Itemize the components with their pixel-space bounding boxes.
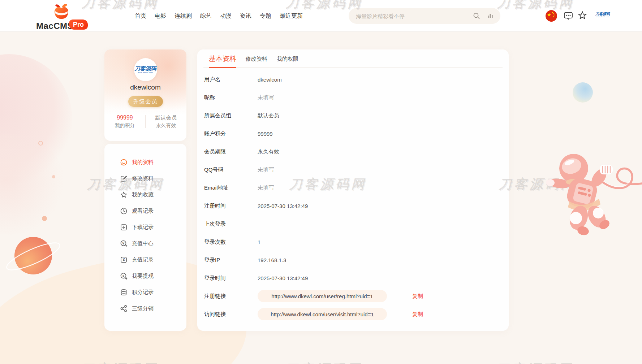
download-icon xyxy=(120,224,128,231)
yen-square-icon: ¥ xyxy=(120,256,128,264)
sidebar-item-label: 修改资料 xyxy=(132,175,154,182)
sidebar-item-label: 充值中心 xyxy=(132,240,154,247)
row-value: 2025-07-30 13:42:49 xyxy=(258,275,308,281)
membership-stat: 默认会员 永久有效 xyxy=(146,114,186,129)
copy-register-link-button[interactable]: 复制 xyxy=(412,293,423,300)
row-account-points: 账户积分 99999 xyxy=(204,125,503,143)
sidebar-item-my-favorites[interactable]: 我的收藏 xyxy=(104,187,186,203)
china-flag-icon[interactable] xyxy=(546,10,557,22)
svg-text:¥: ¥ xyxy=(123,258,125,262)
avatar-logo-subtext: www.dkewl.com xyxy=(138,72,153,74)
main-nav: 首页 电影 连续剧 综艺 动漫 资讯 专题 最近更新 xyxy=(135,0,303,32)
row-value: 永久有效 xyxy=(258,148,279,155)
withdraw-yen-icon: ¥ xyxy=(120,272,128,280)
sidebar-item-recharge-center[interactable]: ¥ 充值中心 xyxy=(104,235,186,252)
planet-illustration xyxy=(9,231,60,282)
row-label: 用户名 xyxy=(204,76,258,83)
row-label: 账户积分 xyxy=(204,130,258,137)
points-label: 我的积分 xyxy=(104,122,145,129)
favorite-star-icon[interactable] xyxy=(577,10,587,21)
copy-visit-link-button[interactable]: 复制 xyxy=(412,311,423,318)
row-login-ip: 登录IP 192.168.1.3 xyxy=(204,251,503,269)
search-icon[interactable] xyxy=(473,12,480,20)
tab-basic-info[interactable]: 基本资料 xyxy=(209,54,236,67)
edit-icon xyxy=(120,175,128,182)
row-value: 未填写 xyxy=(258,94,274,101)
share-nodes-icon xyxy=(120,305,128,312)
sidebar-item-label: 我要提现 xyxy=(132,273,154,280)
row-value: dkewlcom xyxy=(258,77,282,83)
sidebar-item-label: 积分记录 xyxy=(132,289,154,296)
site-logo-subtext: www.dkewl.com xyxy=(594,16,611,18)
sidebar-item-download-history[interactable]: 下载记录 xyxy=(104,219,186,235)
row-label: 昵称 xyxy=(204,94,258,101)
search-input[interactable] xyxy=(349,8,468,24)
profile-card: 刀客源码 www.dkewl.com dkewlcom 升级会员 99999 我… xyxy=(104,49,186,141)
nav-item-variety[interactable]: 综艺 xyxy=(200,12,212,20)
row-label: QQ号码 xyxy=(204,166,258,173)
nav-item-series[interactable]: 连续剧 xyxy=(174,12,192,20)
message-icon[interactable] xyxy=(563,11,573,21)
upgrade-member-button[interactable]: 升级会员 xyxy=(128,96,163,107)
watermark: 刀客源码网 xyxy=(496,360,573,364)
row-label: 上次登录 xyxy=(204,221,258,228)
row-value: 1 xyxy=(258,239,260,245)
nav-item-topics[interactable]: 专题 xyxy=(260,12,271,20)
tab-edit-info[interactable]: 修改资料 xyxy=(246,56,267,67)
sidebar-item-label: 充值记录 xyxy=(132,256,154,263)
visit-link-field[interactable]: http://www.dkewl.com/user/visit.html?uid… xyxy=(258,308,387,320)
register-link-field[interactable]: http://www.dkewl.com/user/reg.html?uid=1 xyxy=(258,290,387,302)
ring-dot-decoration xyxy=(38,141,43,146)
row-value: 192.168.1.3 xyxy=(258,257,286,263)
svg-text:¥: ¥ xyxy=(122,274,125,278)
search-bar xyxy=(349,8,500,24)
member-validity-value: 永久有效 xyxy=(146,122,186,129)
row-nickname: 昵称 未填写 xyxy=(204,88,503,107)
sidebar-item-label: 我的收藏 xyxy=(132,191,154,198)
row-label: 注册链接 xyxy=(204,293,258,300)
row-label: 会员期限 xyxy=(204,148,258,155)
sidebar-item-edit-profile[interactable]: 修改资料 xyxy=(104,170,186,187)
username: dkewlcom xyxy=(104,83,186,91)
profile-detail-panel: 基本资料 修改资料 我的权限 用户名 dkewlcom 昵称 未填写 所属会员组… xyxy=(197,49,509,331)
site-logo: 刀客源码 www.dkewl.com xyxy=(594,12,611,18)
row-last-login: 上次登录 xyxy=(204,215,503,233)
watermark: 刀客源码网 xyxy=(285,360,362,364)
brand-logo[interactable]: MacCMS Pro xyxy=(36,1,90,31)
row-login-time: 登录时间 2025-07-30 13:42:49 xyxy=(204,269,503,287)
sidebar-item-watch-history[interactable]: 观看记录 xyxy=(104,203,186,219)
nav-item-home[interactable]: 首页 xyxy=(135,12,146,20)
site-logo-text: 刀客源码 xyxy=(594,12,611,16)
sidebar-item-label: 下载记录 xyxy=(132,224,154,231)
recharge-yen-plus-icon: ¥ xyxy=(120,240,128,247)
row-value: 2025-07-30 13:42:49 xyxy=(258,203,308,209)
sidebar-item-withdraw[interactable]: ¥ 我要提现 xyxy=(104,268,186,284)
row-value: 默认会员 xyxy=(258,112,279,119)
database-icon xyxy=(120,289,128,296)
nav-item-movies[interactable]: 电影 xyxy=(155,12,166,20)
sidebar-item-recharge-history[interactable]: ¥ 充值记录 xyxy=(104,252,186,268)
sidebar-item-label: 我的资料 xyxy=(132,159,154,166)
row-label: 所属会员组 xyxy=(204,112,258,119)
tab-my-permissions[interactable]: 我的权限 xyxy=(277,56,298,67)
points-value: 99999 xyxy=(104,114,145,122)
profile-stats: 99999 我的积分 默认会员 永久有效 xyxy=(104,114,186,129)
nav-item-recent-updates[interactable]: 最近更新 xyxy=(280,12,303,20)
avatar: 刀客源码 www.dkewl.com xyxy=(134,58,157,81)
astronaut-illustration xyxy=(546,151,642,241)
row-register-time: 注册时间 2025-07-30 13:42:49 xyxy=(204,197,503,215)
row-visit-link: 访问链接 http://www.dkewl.com/user/visit.htm… xyxy=(204,305,503,323)
nav-item-anime[interactable]: 动漫 xyxy=(220,12,232,20)
nav-item-news[interactable]: 资讯 xyxy=(240,12,251,20)
ranking-chart-icon[interactable] xyxy=(487,13,494,19)
row-username: 用户名 dkewlcom xyxy=(204,70,503,88)
row-member-group: 所属会员组 默认会员 xyxy=(204,107,503,125)
sidebar-item-my-profile[interactable]: 我的资料 xyxy=(104,154,186,170)
sidebar-item-distribution[interactable]: 三级分销 xyxy=(104,300,186,317)
small-dot-decoration-2 xyxy=(42,216,47,221)
apple-logo-icon xyxy=(53,3,70,20)
sidebar-menu: 我的资料 修改资料 我的收藏 观看记录 xyxy=(104,144,186,331)
blue-sphere-decoration xyxy=(573,82,593,103)
points-stat: 99999 我的积分 xyxy=(104,114,145,129)
sidebar-item-points-history[interactable]: 积分记录 xyxy=(104,284,186,300)
